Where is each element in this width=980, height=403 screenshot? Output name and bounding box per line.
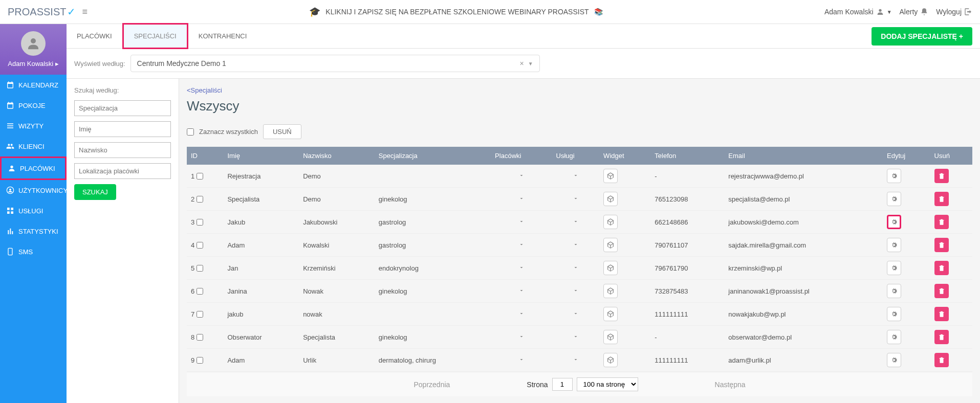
svg-rect-8 [11, 211, 13, 214]
select-all-checkbox[interactable] [187, 128, 194, 136]
row-checkbox[interactable] [197, 265, 203, 272]
sidebar-item-uzytkownicy[interactable]: UŻYTKOWNICY [0, 180, 67, 200]
breadcrumb[interactable]: <Specjaliści [187, 86, 972, 94]
row-checkbox[interactable] [197, 311, 203, 318]
search-imie-input[interactable] [74, 121, 171, 137]
header-user[interactable]: Adam Kowalski ▼ [824, 8, 892, 16]
uslugi-expand[interactable] [552, 165, 600, 188]
placowki-expand[interactable] [491, 303, 552, 326]
sidebar-item-statystyki[interactable]: STATYSTYKI [0, 221, 67, 241]
uslugi-expand[interactable] [552, 257, 600, 280]
search-spec-input[interactable] [74, 100, 171, 116]
delete-row-button[interactable] [934, 284, 949, 298]
edit-button[interactable] [887, 353, 901, 367]
uslugi-expand[interactable] [552, 303, 600, 326]
tab-kontrahenci[interactable]: KONTRAHENCI [188, 25, 257, 48]
widget-button[interactable] [603, 284, 618, 298]
sidebar-item-placowki[interactable]: PLACÓWKI [0, 156, 67, 180]
filter-select[interactable]: Centrum Medyczne Demo 1 × ▼ [130, 55, 540, 72]
avatar[interactable] [21, 31, 46, 56]
edit-button[interactable] [887, 261, 901, 275]
search-button[interactable]: SZUKAJ [74, 184, 116, 200]
widget-button[interactable] [603, 215, 618, 229]
tab-placowki[interactable]: PLACÓWKI [67, 25, 122, 48]
widget-button[interactable] [603, 261, 618, 275]
gear-icon [890, 264, 898, 272]
widget-button[interactable] [603, 238, 618, 252]
col-usun: Usuń [930, 147, 972, 165]
edit-button[interactable] [887, 215, 901, 229]
row-checkbox[interactable] [197, 334, 203, 341]
sidebar-item-klienci[interactable]: KLIENCI [0, 136, 67, 156]
placowki-expand[interactable] [491, 234, 552, 257]
page-input[interactable] [552, 378, 573, 391]
row-checkbox[interactable] [197, 219, 203, 226]
delete-row-button[interactable] [934, 307, 949, 321]
row-checkbox[interactable] [197, 196, 203, 203]
clear-icon[interactable]: × [520, 59, 524, 68]
placowki-expand[interactable] [491, 280, 552, 303]
delete-button[interactable]: USUŃ [263, 124, 301, 139]
widget-button[interactable] [603, 307, 618, 321]
placowki-expand[interactable] [491, 326, 552, 349]
add-specialist-button[interactable]: DODAJ SPECJALISTĘ + [872, 27, 972, 46]
delete-row-button[interactable] [934, 215, 949, 229]
sidebar-item-kalendarz[interactable]: KALENDARZ [0, 75, 67, 95]
next-page[interactable]: Następna [715, 380, 746, 389]
placowki-expand[interactable] [491, 257, 552, 280]
per-page-select[interactable]: 100 na stronę [577, 377, 638, 391]
sidebar-item-wizyty[interactable]: WIZYTY [0, 116, 67, 136]
edit-button[interactable] [887, 238, 901, 252]
edit-button[interactable] [887, 192, 901, 206]
delete-row-button[interactable] [934, 238, 949, 252]
delete-row-button[interactable] [934, 261, 949, 275]
row-checkbox[interactable] [197, 173, 203, 180]
sms-icon [6, 248, 14, 256]
edit-button[interactable] [887, 307, 901, 321]
edit-button[interactable] [887, 330, 901, 344]
dropdown-icon[interactable]: ▼ [528, 61, 533, 66]
books-icon: 📚 [594, 8, 603, 16]
row-checkbox[interactable] [197, 357, 203, 364]
trash-icon [938, 172, 945, 180]
tab-specjalisci[interactable]: SPECJALIŚCI [122, 23, 188, 49]
edit-button[interactable] [887, 284, 901, 298]
row-checkbox[interactable] [197, 288, 203, 295]
prev-page[interactable]: Poprzednia [413, 380, 450, 389]
placowki-expand[interactable] [491, 211, 552, 234]
search-lok-input[interactable] [74, 163, 171, 179]
uslugi-expand[interactable] [552, 188, 600, 211]
delete-row-button[interactable] [934, 353, 949, 367]
sidebar-item-sms[interactable]: SMS [0, 241, 67, 262]
sidebar-username[interactable]: Adam Kowalski ▸ [0, 60, 67, 68]
uslugi-expand[interactable] [552, 349, 600, 372]
calendar-icon [6, 81, 14, 89]
cell-tel: 662148686 [650, 211, 724, 234]
edit-button[interactable] [887, 169, 901, 183]
widget-button[interactable] [603, 192, 618, 206]
row-checkbox[interactable] [197, 242, 203, 249]
logout-link[interactable]: Wyloguj [936, 8, 972, 16]
uslugi-expand[interactable] [552, 280, 600, 303]
sidebar-item-pokoje[interactable]: POKOJE [0, 95, 67, 116]
alerts-link[interactable]: Alerty [900, 8, 929, 16]
placowki-expand[interactable] [491, 349, 552, 372]
placowki-expand[interactable] [491, 188, 552, 211]
uslugi-expand[interactable] [552, 326, 600, 349]
banner-text[interactable]: KLIKNIJ I ZAPISZ SIĘ NA BEZPŁATNE SZKOLE… [325, 8, 589, 16]
widget-button[interactable] [603, 353, 618, 367]
widget-button[interactable] [603, 169, 618, 183]
svg-point-1 [31, 38, 36, 43]
building-icon [8, 164, 16, 172]
sidebar-item-uslugi[interactable]: USŁUGI [0, 200, 67, 221]
uslugi-expand[interactable] [552, 211, 600, 234]
delete-row-button[interactable] [934, 330, 949, 344]
uslugi-expand[interactable] [552, 234, 600, 257]
placowki-expand[interactable] [491, 165, 552, 188]
delete-row-button[interactable] [934, 192, 949, 206]
cell-nazwisko: Jakubowski [299, 211, 375, 234]
search-nazwisko-input[interactable] [74, 142, 171, 158]
widget-button[interactable] [603, 330, 618, 344]
hamburger-icon[interactable]: ≡ [82, 7, 88, 17]
delete-row-button[interactable] [934, 169, 949, 183]
